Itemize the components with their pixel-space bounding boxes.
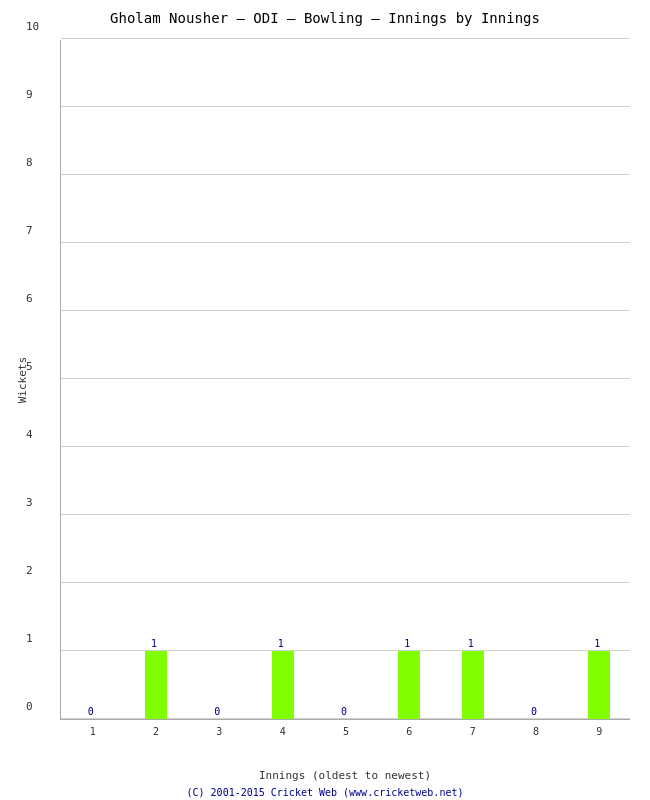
bar-value-label: 1 (594, 638, 600, 649)
y-tick-label: 7 (26, 224, 33, 237)
x-tick-label: 6 (406, 726, 412, 737)
x-tick-label: 4 (280, 726, 286, 737)
bar (462, 651, 484, 719)
y-tick-label: 6 (26, 292, 33, 305)
bar-value-label: 1 (151, 638, 157, 649)
bar (398, 651, 420, 719)
chart-container: Gholam Nousher – ODI – Bowling – Innings… (0, 0, 650, 800)
chart-title: Gholam Nousher – ODI – Bowling – Innings… (0, 0, 650, 31)
grid-line (61, 38, 630, 39)
x-tick-label: 5 (343, 726, 349, 737)
y-tick-label: 8 (26, 156, 33, 169)
grid-line (61, 446, 630, 447)
grid-line (61, 106, 630, 107)
y-tick-label: 1 (26, 632, 33, 645)
y-tick-label: 5 (26, 360, 33, 373)
chart-footer: (C) 2001-2015 Cricket Web (www.cricketwe… (0, 787, 650, 798)
grid-line (61, 514, 630, 515)
bar-value-label: 1 (468, 638, 474, 649)
y-tick-label: 4 (26, 428, 33, 441)
bar-value-label: 0 (341, 706, 347, 717)
bar-value-label: 1 (404, 638, 410, 649)
bar-value-label: 0 (531, 706, 537, 717)
x-tick-label: 1 (90, 726, 96, 737)
y-axis-title: Wickets (12, 40, 32, 720)
y-tick-label: 2 (26, 564, 33, 577)
x-axis-title: Innings (oldest to newest) (60, 769, 630, 782)
x-tick-label: 9 (596, 726, 602, 737)
bar-value-label: 0 (214, 706, 220, 717)
grid-line (61, 582, 630, 583)
y-tick-label: 0 (26, 700, 33, 713)
x-tick-label: 3 (216, 726, 222, 737)
x-tick-label: 7 (470, 726, 476, 737)
bar (272, 651, 294, 719)
chart-area: 012345678910011203140516170819 (60, 40, 630, 720)
bar (588, 651, 610, 719)
y-tick-label: 3 (26, 496, 33, 509)
bar (145, 651, 167, 719)
x-tick-label: 2 (153, 726, 159, 737)
bar-value-label: 1 (278, 638, 284, 649)
y-tick-label: 10 (26, 20, 39, 33)
bar-value-label: 0 (88, 706, 94, 717)
grid-line (61, 378, 630, 379)
grid-line (61, 242, 630, 243)
grid-line (61, 310, 630, 311)
y-tick-label: 9 (26, 88, 33, 101)
grid-line (61, 174, 630, 175)
x-tick-label: 8 (533, 726, 539, 737)
